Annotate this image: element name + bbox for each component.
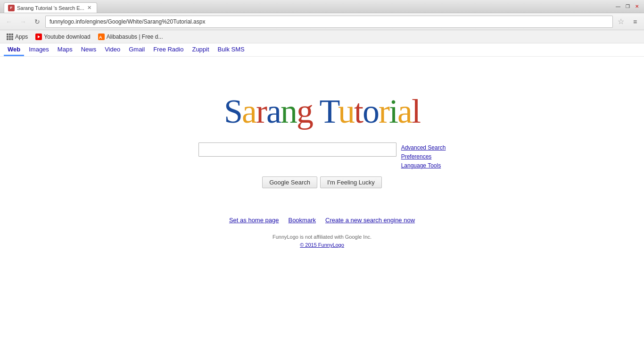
tab-title: Sarang Tutorial 's Search E... [17,5,84,11]
google-nav-bar: Web Images Maps News Video Gmail Free Ra… [0,43,644,57]
alibaba-label: Alibabasubs | Free d... [107,33,163,40]
apps-grid-icon [7,33,13,40]
footer-copyright: FunnyLogo is not affiliated with Google … [272,233,372,250]
language-tools-link[interactable]: Language Tools [401,161,446,170]
nav-gmail[interactable]: Gmail [125,44,149,56]
search-links: Advanced Search Preferences Language Too… [401,143,446,171]
forward-button[interactable]: → [17,16,29,28]
copyright-link[interactable]: © 2015 FunnyLogo [300,242,344,248]
reload-button[interactable]: ↻ [31,16,43,28]
close-button[interactable]: ✕ [634,3,640,10]
feeling-lucky-button[interactable]: I'm Feeling Lucky [320,176,382,188]
search-area: Advanced Search Preferences Language Too… [0,142,644,188]
search-buttons: Google Search I'm Feeling Lucky [262,176,381,188]
copyright-line1: FunnyLogo is not affiliated with Google … [272,233,372,242]
search-row: Advanced Search Preferences Language Too… [198,142,446,171]
set-homepage-link[interactable]: Set as home page [229,217,279,224]
bookmark-youtube[interactable]: Youtube download [33,32,93,42]
nav-zuppit[interactable]: Zuppit [188,44,213,56]
create-engine-link[interactable]: Create a new search engine now [325,217,415,224]
page-content: Sarang Tutorial Advanced Search Preferen… [0,57,644,330]
search-input[interactable] [198,142,396,157]
maximize-button[interactable]: ❐ [624,3,631,10]
nav-video[interactable]: Video [101,44,124,56]
copyright-line2: © 2015 FunnyLogo [272,241,372,250]
tab-area: F Sarang Tutorial 's Search E... ✕ [4,0,611,13]
bookmark-alibaba[interactable]: A Alibabasubs | Free d... [95,32,166,42]
advanced-search-link[interactable]: Advanced Search [401,143,446,152]
google-search-button[interactable]: Google Search [262,176,317,188]
bookmarks-apps-button[interactable]: Apps [4,32,31,42]
youtube-label: Youtube download [44,33,90,40]
youtube-icon [35,33,42,40]
title-bar: F Sarang Tutorial 's Search E... ✕ — ❐ ✕ [0,0,644,13]
tab-close-button[interactable]: ✕ [86,5,93,11]
alibaba-icon: A [98,33,105,40]
nav-bulksms[interactable]: Bulk SMS [214,44,248,56]
nav-bar: ← → ↻ ☆ ≡ [0,13,644,30]
nav-news[interactable]: News [77,44,100,56]
logo-container: Sarang Tutorial [224,94,420,128]
footer-links: Set as home page Bookmark Create a new s… [229,217,415,224]
bookmark-link[interactable]: Bookmark [288,217,316,224]
tab-favicon: F [8,5,15,11]
window-controls: — ❐ ✕ [615,3,640,10]
bookmark-star-button[interactable]: ☆ [615,16,627,28]
nav-images[interactable]: Images [25,44,53,56]
nav-maps[interactable]: Maps [54,44,76,56]
site-logo: Sarang Tutorial [224,94,420,128]
preferences-link[interactable]: Preferences [401,152,446,161]
bookmarks-bar: Apps Youtube download A Alibabasubs | Fr… [0,30,644,43]
browser-tab[interactable]: F Sarang Tutorial 's Search E... ✕ [4,2,97,13]
address-bar[interactable] [45,16,613,28]
apps-label: Apps [15,33,28,40]
nav-freeradio[interactable]: Free Radio [149,44,187,56]
chrome-menu-button[interactable]: ≡ [629,16,641,28]
back-button[interactable]: ← [3,16,15,28]
nav-web[interactable]: Web [4,44,24,56]
minimize-button[interactable]: — [615,3,621,10]
svg-text:A: A [99,35,102,40]
